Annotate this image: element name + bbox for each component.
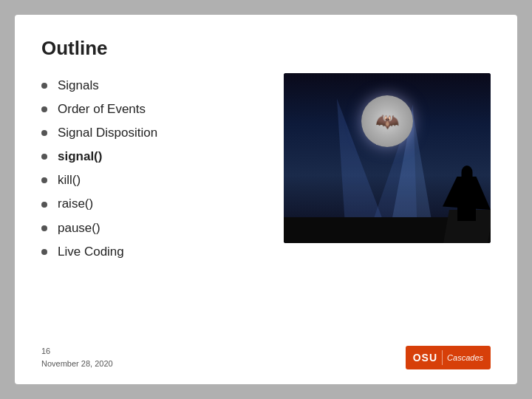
bullet-text: Live Coding (58, 244, 124, 260)
bullet-dot (41, 130, 47, 136)
batman-symbol: 🦇 (375, 112, 399, 131)
footer-left: 16 November 28, 2020 (41, 345, 113, 369)
cascades-text: Cascades (447, 353, 483, 362)
bullet-dot (41, 225, 47, 231)
bullet-text: Order of Events (58, 101, 146, 117)
slide-number: 16 (41, 345, 113, 358)
bullet-dot (41, 106, 47, 112)
bullet-dot (41, 249, 47, 255)
osu-logo: OSU Cascades (406, 346, 491, 369)
bullet-text: kill() (58, 172, 81, 188)
bullet-text: signal() (58, 149, 102, 165)
bullet-item-signal-func: signal() (41, 149, 269, 165)
osu-text: OSU (413, 352, 437, 364)
bullet-item-order-of-events: Order of Events (41, 101, 269, 117)
bullet-text: Signals (58, 78, 99, 94)
bullet-item-live-coding: Live Coding (41, 244, 269, 260)
bullet-item-pause-func: pause() (41, 220, 269, 236)
slide-date: November 28, 2020 (41, 358, 113, 370)
presentation-slide: Outline SignalsOrder of EventsSignal Dis… (15, 15, 517, 384)
bullet-dot (41, 202, 47, 208)
batman-logo-circle: 🦇 (361, 95, 413, 147)
batman-scene: 🦇 (284, 73, 491, 243)
batman-image: 🦇 (284, 73, 491, 243)
bullet-dot (41, 177, 47, 183)
bullet-text: raise() (58, 196, 93, 212)
bullet-text: pause() (58, 220, 100, 236)
batman-silhouette (457, 177, 476, 221)
slide-title: Outline (41, 37, 491, 60)
slide-footer: 16 November 28, 2020 OSU Cascades (41, 345, 491, 369)
bullet-item-raise-func: raise() (41, 196, 269, 212)
bullet-item-signals: Signals (41, 78, 269, 94)
ground-edge (284, 217, 491, 243)
bullet-item-signal-disposition: Signal Disposition (41, 125, 269, 141)
slide-body: SignalsOrder of EventsSignal Disposition… (41, 73, 491, 338)
bullet-dot (41, 83, 47, 89)
bullet-text: Signal Disposition (58, 125, 157, 141)
bullet-dot (41, 154, 47, 160)
bullet-item-kill-func: kill() (41, 172, 269, 188)
bullet-list: SignalsOrder of EventsSignal Disposition… (41, 73, 269, 338)
logo-divider (442, 350, 443, 365)
